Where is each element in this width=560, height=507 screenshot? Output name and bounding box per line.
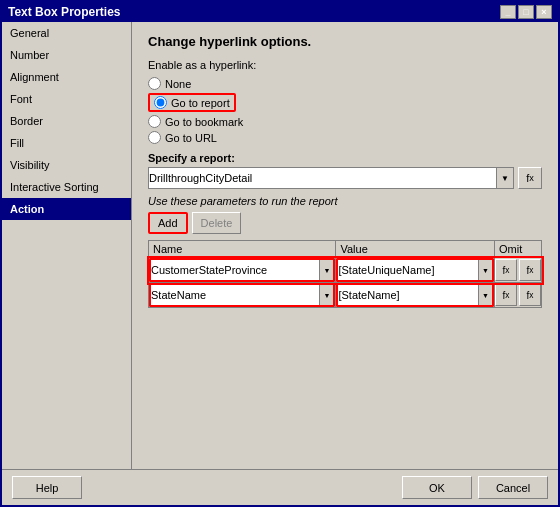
row2-fx-button1[interactable]: fx xyxy=(495,284,517,306)
row1-name-arrow: ▼ xyxy=(319,260,333,280)
table-row: CustomerStateProvince ▼ [StateUniq xyxy=(149,258,542,283)
ok-button[interactable]: OK xyxy=(402,476,472,499)
radio-none-option: None xyxy=(148,77,542,90)
row2-fx-button2[interactable]: fx xyxy=(519,284,541,306)
row2-value-arrow: ▼ xyxy=(478,285,492,305)
row1-name-highlight: CustomerStateProvince ▼ xyxy=(149,258,335,282)
delete-button[interactable]: Delete xyxy=(192,212,242,234)
sidebar-item-fill[interactable]: Fill xyxy=(2,132,131,154)
table-row: StateName ▼ [StateName] xyxy=(149,283,542,308)
col-header-omit: Omit xyxy=(495,241,542,258)
add-delete-row: Add Delete xyxy=(148,212,542,234)
col-header-name: Name xyxy=(149,241,336,258)
content-area: Change hyperlink options. Enable as a hy… xyxy=(132,22,558,469)
row2-name-arrow: ▼ xyxy=(319,285,333,305)
row1-value-arrow: ▼ xyxy=(478,260,492,280)
radio-go-to-bookmark[interactable] xyxy=(148,115,161,128)
row1-fx-button2[interactable]: fx xyxy=(519,259,541,281)
maximize-button[interactable]: □ xyxy=(518,5,534,19)
col-header-value: Value xyxy=(336,241,495,258)
row1-name-combo-wrapper: CustomerStateProvince ▼ xyxy=(151,260,333,280)
sidebar-item-alignment[interactable]: Alignment xyxy=(2,66,131,88)
row1-fx-group: fx fx xyxy=(495,259,541,281)
row2-name-combo-wrapper: StateName ▼ xyxy=(151,285,333,305)
main-content: General Number Alignment Font Border Fil… xyxy=(2,22,558,469)
radio-go-to-bookmark-option: Go to bookmark xyxy=(148,115,542,128)
sidebar-item-border[interactable]: Border xyxy=(2,110,131,132)
radio-go-to-url[interactable] xyxy=(148,131,161,144)
radio-go-to-report-option: Go to report xyxy=(148,93,542,112)
radio-go-to-report[interactable] xyxy=(154,96,167,109)
radio-none-label: None xyxy=(165,78,191,90)
radio-go-to-url-label: Go to URL xyxy=(165,132,217,144)
row2-value-highlight: [StateName] ▼ xyxy=(336,283,494,307)
minimize-button[interactable]: _ xyxy=(500,5,516,19)
row2-name-dropdown[interactable]: StateName xyxy=(151,285,319,305)
radio-none[interactable] xyxy=(148,77,161,90)
add-button[interactable]: Add xyxy=(148,212,188,234)
row1-value-highlight: [StateUniqueName] ▼ xyxy=(336,258,494,282)
row1-value-combo-wrapper: [StateUniqueName] ▼ xyxy=(338,260,492,280)
row1-value-cell: [StateUniqueName] ▼ xyxy=(336,258,495,283)
sidebar-item-general[interactable]: General xyxy=(2,22,131,44)
sidebar-item-font[interactable]: Font xyxy=(2,88,131,110)
row1-name-dropdown[interactable]: CustomerStateProvince xyxy=(151,260,319,280)
sidebar-item-interactive-sorting[interactable]: Interactive Sorting xyxy=(2,176,131,198)
main-window: Text Box Properties _ □ × General Number… xyxy=(0,0,560,507)
title-bar: Text Box Properties _ □ × xyxy=(2,2,558,22)
go-to-report-highlight: Go to report xyxy=(148,93,236,112)
row2-fx-group: fx fx xyxy=(495,284,541,306)
sidebar-item-visibility[interactable]: Visibility xyxy=(2,154,131,176)
help-button[interactable]: Help xyxy=(12,476,82,499)
row1-name-cell: CustomerStateProvince ▼ xyxy=(149,258,336,283)
row1-fx-button1[interactable]: fx xyxy=(495,259,517,281)
specify-report-label: Specify a report: xyxy=(148,152,542,164)
report-dropdown[interactable]: DrillthroughCityDetail xyxy=(148,167,514,189)
row2-value-cell: [StateName] ▼ xyxy=(336,283,495,308)
row2-value-dropdown[interactable]: [StateName] xyxy=(338,285,478,305)
row2-value-combo-wrapper: [StateName] ▼ xyxy=(338,285,492,305)
sidebar-item-number[interactable]: Number xyxy=(2,44,131,66)
sidebar: General Number Alignment Font Border Fil… xyxy=(2,22,132,469)
row1-value-dropdown[interactable]: [StateUniqueName] xyxy=(338,260,478,280)
title-bar-buttons: _ □ × xyxy=(500,5,552,19)
bottom-bar: Help OK Cancel xyxy=(2,469,558,505)
close-button[interactable]: × xyxy=(536,5,552,19)
row2-name-highlight: StateName ▼ xyxy=(149,283,335,307)
radio-go-to-bookmark-label: Go to bookmark xyxy=(165,116,243,128)
cancel-button[interactable]: Cancel xyxy=(478,476,548,499)
row2-omit-cell: fx fx xyxy=(495,283,542,308)
report-field-row: DrillthroughCityDetail ▼ fx xyxy=(148,167,542,189)
row2-name-cell: StateName ▼ xyxy=(149,283,336,308)
enable-hyperlink-label: Enable as a hyperlink: xyxy=(148,59,542,71)
row1-omit-cell: fx fx xyxy=(495,258,542,283)
params-table: Name Value Omit CustomerStateProvince xyxy=(148,240,542,308)
section-heading: Change hyperlink options. xyxy=(148,34,542,49)
report-combo-wrapper: DrillthroughCityDetail ▼ xyxy=(148,167,514,189)
ok-cancel-group: OK Cancel xyxy=(402,476,548,499)
params-label: Use these parameters to run the report xyxy=(148,195,542,207)
window-title: Text Box Properties xyxy=(8,5,120,19)
radio-go-to-report-label: Go to report xyxy=(171,97,230,109)
sidebar-item-action[interactable]: Action xyxy=(2,198,131,220)
radio-go-to-url-option: Go to URL xyxy=(148,131,542,144)
report-fx-button[interactable]: fx xyxy=(518,167,542,189)
